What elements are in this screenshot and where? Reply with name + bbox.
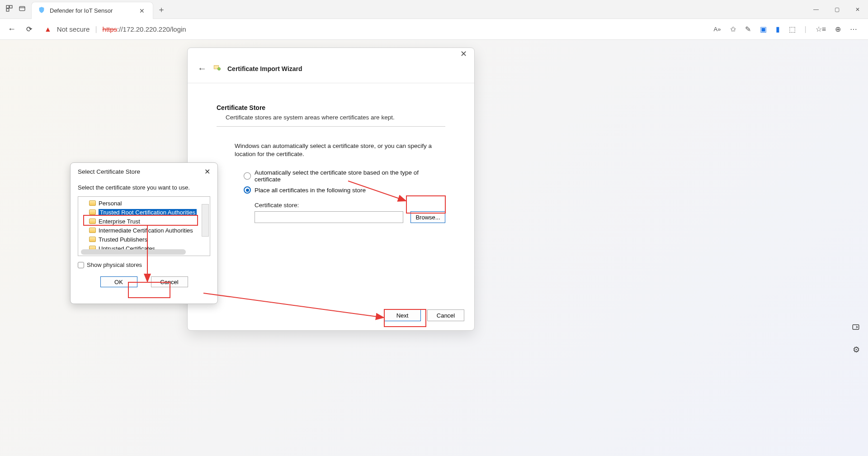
radio-checked-icon bbox=[244, 186, 251, 194]
collections-icon[interactable]: ▣ bbox=[760, 25, 767, 33]
select-dialog-title: Select Certificate Store bbox=[78, 168, 140, 175]
wizard-back-button[interactable]: ← bbox=[198, 63, 207, 74]
tree-scrollbar[interactable] bbox=[202, 204, 209, 237]
radio-place-label: Place all certificates in the following … bbox=[255, 187, 366, 194]
radio-auto-label: Automatically select the certificate sto… bbox=[255, 169, 445, 183]
section-subtext: Certificate stores are system areas wher… bbox=[217, 114, 445, 121]
select-dialog-instruction: Select the certificate store you want to… bbox=[71, 180, 217, 196]
settings-gear-icon[interactable]: ⚙ bbox=[853, 345, 860, 355]
new-tab-button[interactable]: ＋ bbox=[153, 0, 170, 19]
tree-item-trusted-root[interactable]: Trusted Root Certification Authorities bbox=[89, 208, 210, 217]
radio-place-all[interactable]: Place all certificates in the following … bbox=[244, 186, 445, 194]
tab-actions-icon[interactable] bbox=[19, 5, 26, 14]
cert-store-tree: Personal Trusted Root Certification Auth… bbox=[78, 196, 210, 256]
folder-icon bbox=[89, 228, 96, 233]
back-button[interactable]: ← bbox=[6, 24, 17, 34]
tree-item-intermediate[interactable]: Intermediate Certification Authorities bbox=[89, 226, 210, 235]
svg-rect-2 bbox=[6, 9, 9, 11]
tree-item-trusted-pub[interactable]: Trusted Publishers bbox=[89, 235, 210, 244]
wizard-cancel-button[interactable]: Cancel bbox=[427, 309, 464, 321]
more-icon[interactable]: ⋯ bbox=[850, 25, 857, 33]
favorites-list-icon[interactable]: ☆≡ bbox=[816, 25, 826, 33]
minimize-button[interactable]: — bbox=[806, 0, 826, 19]
url-path: ://172.20.220.220/login bbox=[117, 25, 186, 33]
warning-icon: ▲ bbox=[44, 25, 52, 33]
radio-icon bbox=[244, 172, 251, 180]
reader-icon[interactable]: ▮ bbox=[776, 25, 780, 33]
folder-icon bbox=[89, 209, 96, 215]
security-status: Not secure bbox=[57, 25, 90, 33]
browser-titlebar: Defender for IoT Sensor ✕ ＋ — ▢ ✕ bbox=[0, 0, 868, 19]
show-physical-checkbox[interactable]: Show physical stores bbox=[71, 256, 217, 268]
browser-tab[interactable]: Defender for IoT Sensor ✕ bbox=[31, 2, 153, 19]
browser-toolbar: ← ⟳ ▲ Not secure | https://172.20.220.22… bbox=[0, 19, 868, 40]
folder-icon bbox=[89, 200, 96, 206]
checkbox-icon bbox=[78, 262, 84, 268]
browse-button[interactable]: Browse... bbox=[410, 211, 445, 223]
svg-rect-3 bbox=[19, 6, 25, 10]
select-cert-store-dialog: Select Certificate Store ✕ Select the ce… bbox=[70, 162, 218, 304]
maximize-button[interactable]: ▢ bbox=[826, 0, 847, 19]
show-physical-label: Show physical stores bbox=[87, 261, 142, 268]
ok-button[interactable]: OK bbox=[100, 276, 137, 287]
cert-import-wizard: ✕ ← Certificate Import Wizard Certificat… bbox=[187, 48, 475, 331]
tree-hscrollbar[interactable] bbox=[81, 249, 186, 255]
refresh-button[interactable]: ⟳ bbox=[24, 25, 34, 33]
close-window-button[interactable]: ✕ bbox=[847, 0, 868, 19]
read-aloud-icon[interactable]: A» bbox=[714, 26, 721, 33]
select-cancel-button[interactable]: Cancel bbox=[151, 276, 188, 287]
url-scheme: https bbox=[103, 25, 118, 33]
next-button[interactable]: Next bbox=[384, 309, 421, 321]
wizard-title: Certificate Import Wizard bbox=[227, 65, 302, 72]
edit-icon[interactable]: ✎ bbox=[745, 25, 751, 33]
section-heading: Certificate Store bbox=[217, 104, 445, 111]
shield-icon bbox=[38, 6, 45, 15]
tab-title: Defender for IoT Sensor bbox=[50, 7, 133, 14]
folder-icon bbox=[89, 237, 96, 242]
svg-point-6 bbox=[218, 67, 221, 70]
extensions-icon[interactable]: ⬚ bbox=[789, 25, 796, 33]
cert-store-input[interactable] bbox=[255, 211, 403, 223]
select-dialog-close-icon[interactable]: ✕ bbox=[204, 167, 210, 176]
panel-toggle-icon[interactable] bbox=[852, 323, 860, 333]
workspaces-icon[interactable] bbox=[5, 5, 13, 14]
certificate-icon bbox=[213, 64, 221, 74]
radio-auto-select[interactable]: Automatically select the certificate sto… bbox=[244, 169, 445, 183]
svg-rect-0 bbox=[6, 5, 9, 8]
favorite-icon[interactable]: ✩ bbox=[730, 25, 736, 33]
cert-store-label: Certificate store: bbox=[255, 202, 445, 209]
svg-rect-1 bbox=[9, 5, 12, 8]
address-bar[interactable]: ▲ Not secure | https://172.20.220.220/lo… bbox=[41, 25, 708, 33]
close-tab-icon[interactable]: ✕ bbox=[137, 7, 146, 14]
wizard-body-text: Windows can automatically select a certi… bbox=[217, 142, 443, 158]
app-icon[interactable]: ⊕ bbox=[835, 25, 841, 33]
tree-item-personal[interactable]: Personal bbox=[89, 199, 210, 208]
tree-item-enterprise[interactable]: Enterprise Trust bbox=[89, 217, 210, 226]
folder-icon bbox=[89, 218, 96, 224]
